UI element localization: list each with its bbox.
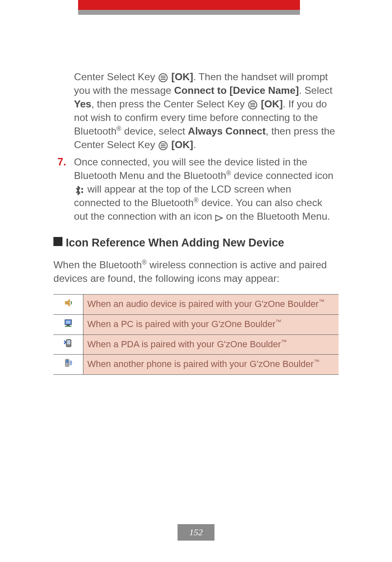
page-content: Center Select Key [OK]. Then the handset… xyxy=(0,16,392,375)
table-row: When a PDA is paired with your G'zOne Bo… xyxy=(53,334,339,355)
svg-point-10 xyxy=(67,364,68,365)
center-select-key-icon xyxy=(159,141,168,150)
header-bar xyxy=(0,0,392,16)
desc-text: When a PDA is paired with your G'zOne Bo… xyxy=(88,339,281,349)
desc-text: When an audio device is paired with your… xyxy=(88,299,319,309)
text-fragment: , then press the Center Select Key xyxy=(91,98,247,109)
text-fragment: Center Select Key xyxy=(74,71,158,82)
svg-rect-0 xyxy=(81,188,83,190)
phone-icon xyxy=(53,355,83,375)
text-fragment: . Select xyxy=(299,85,332,96)
table-row: When a PC is paired with your G'zOne Bou… xyxy=(53,314,339,334)
table-desc: When an audio device is paired with your… xyxy=(83,295,339,315)
registered-mark: ® xyxy=(117,125,122,132)
bluetooth-connected-icon xyxy=(74,184,85,196)
text-fragment: . xyxy=(193,139,196,150)
table-row: When another phone is paired with your G… xyxy=(53,355,339,375)
step-number: 7. xyxy=(58,155,66,169)
table-desc: When another phone is paired with your G… xyxy=(83,355,339,375)
trademark: ™ xyxy=(314,358,319,365)
step-7: 7. Once connected, you will see the devi… xyxy=(53,155,339,224)
svg-rect-1 xyxy=(81,191,83,193)
registered-mark: ® xyxy=(142,259,147,266)
desc-text: When another phone is paired with your G… xyxy=(88,359,314,369)
pc-icon xyxy=(53,314,83,334)
svg-rect-9 xyxy=(66,360,68,363)
pda-icon xyxy=(53,334,83,355)
svg-rect-4 xyxy=(67,325,70,326)
step-6-text: Center Select Key [OK]. Then the handset… xyxy=(74,70,339,152)
connect-to-label: Connect to [Device Name] xyxy=(174,85,299,96)
svg-rect-7 xyxy=(67,340,70,344)
page-number: 152 xyxy=(178,524,214,541)
bullet-square-icon xyxy=(53,237,62,246)
trademark: ™ xyxy=(281,339,287,345)
section-header: Icon Reference When Adding New Device xyxy=(53,235,339,250)
icon-reference-table: When an audio device is paired with your… xyxy=(53,294,339,375)
table-desc: When a PC is paired with your G'zOne Bou… xyxy=(83,314,339,334)
center-select-key-icon xyxy=(159,73,168,82)
trademark: ™ xyxy=(319,298,325,305)
table-row: When an audio device is paired with your… xyxy=(53,295,339,315)
desc-text: When a PC is paired with your G'zOne Bou… xyxy=(88,319,276,329)
gray-accent-bar xyxy=(78,10,300,15)
svg-rect-3 xyxy=(66,320,71,324)
table-desc: When a PDA is paired with your G'zOne Bo… xyxy=(83,334,339,355)
ok-label: [OK] xyxy=(261,98,283,109)
text-fragment: When the Bluetooth xyxy=(53,259,142,270)
red-accent-bar xyxy=(78,0,300,10)
arrow-right-icon xyxy=(215,210,223,224)
svg-rect-5 xyxy=(65,326,71,327)
always-connect-label: Always Connect xyxy=(188,125,265,137)
ok-label: [OK] xyxy=(171,139,193,150)
audio-device-icon xyxy=(53,295,83,315)
text-fragment: on the Bluetooth Menu. xyxy=(223,211,330,222)
registered-mark: ® xyxy=(226,170,231,176)
text-fragment: device, select xyxy=(121,125,188,137)
text-fragment: device connected icon xyxy=(231,170,333,181)
trademark: ™ xyxy=(275,318,281,325)
registered-mark: ® xyxy=(194,197,199,204)
ok-label: [OK] xyxy=(171,71,193,82)
yes-label: Yes xyxy=(74,98,91,109)
section-intro: When the Bluetooth® wireless connection … xyxy=(53,258,339,285)
section-title: Icon Reference When Adding New Device xyxy=(66,235,284,250)
center-select-key-icon xyxy=(248,100,257,109)
